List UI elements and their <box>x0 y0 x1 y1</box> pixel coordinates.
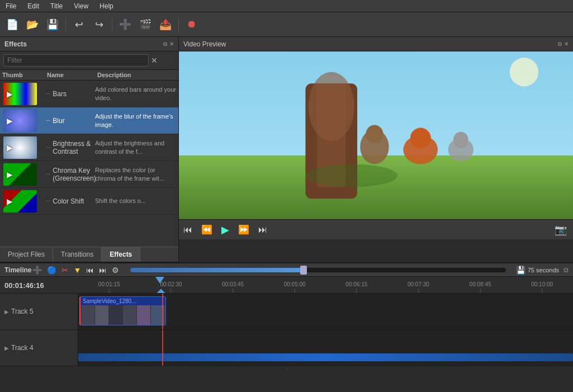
timeline-tools: ➕ 🔵 ✂ ▼ ⏮ ⏭ ⚙ <box>31 265 120 276</box>
timeline-float-icon[interactable]: ⧉ <box>563 266 569 274</box>
skip-fwd-button[interactable]: ⏭ <box>98 265 108 276</box>
effects-panel-title: Effects <box>4 40 27 48</box>
snap-button[interactable]: 🔵 <box>46 265 58 276</box>
skip-start-button[interactable]: ⏮ <box>182 223 194 237</box>
panel-close-icon[interactable]: ✕ <box>169 41 174 48</box>
tab-project-files[interactable]: Project Files <box>0 247 53 262</box>
redo-button[interactable]: ↪ <box>90 16 108 34</box>
col-desc: Description <box>97 72 176 78</box>
effect-row-blur[interactable]: ▶ ··· Blur Adjust the blur of the frame'… <box>0 107 178 134</box>
video-float-icon[interactable]: ⧉ <box>558 41 562 48</box>
bright-thumbnail: ▶ <box>3 136 37 159</box>
frame-5 <box>137 305 151 325</box>
scrubber-wrapper <box>126 268 510 272</box>
blur-name-cell: ··· Blur <box>45 117 95 125</box>
left-panel: Effects ⧉ ✕ ✕ Thumb Name Description ▶ <box>0 37 179 262</box>
play-overlay-bars: ▶ <box>7 89 13 98</box>
track-row-4: ▶ Track 4 <box>0 330 573 366</box>
menu-bar: File Edit Title View Help <box>0 0 573 12</box>
effects-button[interactable]: 🎬 <box>136 16 154 34</box>
filter-clear-icon[interactable]: ✕ <box>151 56 158 65</box>
ruler-label-3: 00:05:00 <box>284 281 306 287</box>
effect-row-brightness[interactable]: ▶ ··· Brightness & Contrast Adjust the b… <box>0 134 178 161</box>
menu-help[interactable]: Help <box>94 1 119 11</box>
effects-table-header: Thumb Name Description <box>0 70 178 81</box>
menu-edit[interactable]: Edit <box>22 1 45 11</box>
export-button[interactable]: 📤 <box>157 16 174 34</box>
timeline-settings-button[interactable]: ⚙ <box>111 265 120 276</box>
undo-button[interactable]: ↩ <box>70 16 88 34</box>
effect-row-bars[interactable]: ▶ ··· Bars Add colored bars around your … <box>0 81 178 107</box>
toolbar-separator-1 <box>65 18 66 31</box>
cut-button[interactable]: ✂ <box>60 265 69 276</box>
duration-label: 75 seconds <box>528 267 559 273</box>
save-button[interactable]: 💾 <box>44 16 61 34</box>
timecode-display: 00:01:46:16 <box>4 281 44 289</box>
svg-point-8 <box>366 125 383 143</box>
color-name-cell: ··· Color Shift <box>45 197 95 205</box>
svg-point-12 <box>510 58 538 86</box>
bars-thumbnail: ▶ <box>3 83 37 105</box>
clip-frames <box>81 305 165 325</box>
skip-end-button[interactable]: ⏭ <box>257 223 269 237</box>
tab-effects[interactable]: Effects <box>102 247 140 262</box>
track4-expand[interactable]: ▶ <box>4 345 9 351</box>
resize-dots: ⋯ <box>285 367 289 372</box>
color-name: Color Shift <box>53 197 84 205</box>
effect-row-color[interactable]: ▶ ··· Color Shift Shift the colors o... <box>0 188 178 215</box>
tab-transitions[interactable]: Transitions <box>53 247 102 262</box>
svg-point-10 <box>453 132 468 148</box>
frame-3 <box>109 305 123 325</box>
scrubber-handle[interactable] <box>300 266 307 275</box>
panel-float-icon[interactable]: ⧉ <box>163 41 167 48</box>
filter-input[interactable] <box>3 54 149 67</box>
col-thumb: Thumb <box>2 72 47 78</box>
skip-back-button[interactable]: ⏮ <box>85 265 95 276</box>
timeline-tracks: ▶ Track 5 SampleVideo_1280... <box>0 294 573 366</box>
rewind-button[interactable]: ⏪ <box>200 223 214 237</box>
bars-name: Bars <box>53 90 67 98</box>
track-4-label: ▶ Track 4 <box>0 330 78 366</box>
svg-point-11 <box>305 164 397 187</box>
track4-clip-bar[interactable] <box>78 353 573 361</box>
record-button[interactable]: ⏺ <box>183 16 201 34</box>
timeline-title: Timeline <box>4 266 31 274</box>
toolbar-separator-2 <box>112 18 112 31</box>
color-thumbnail: ▶ <box>3 190 37 212</box>
blur-name: Blur <box>53 117 64 125</box>
add-track-button[interactable]: ➕ <box>31 265 43 276</box>
blur-desc: Adjust the blur of the frame's image. <box>95 112 178 129</box>
bright-name-cell: ··· Brightness & Contrast <box>45 140 95 155</box>
ruler-mark-1: 00:02:30 <box>140 277 202 293</box>
video-preview-header: Video Preview ⧉ ✕ <box>179 37 573 51</box>
chroma-thumbnail: ▶ <box>3 163 37 186</box>
add-button[interactable]: ➕ <box>116 16 134 34</box>
playhead-marker <box>155 277 164 284</box>
chroma-desc: Replaces the color (or chroma of the fra… <box>95 166 178 182</box>
menu-view[interactable]: View <box>68 1 94 11</box>
scrubber-track[interactable] <box>130 268 505 272</box>
new-button[interactable]: 📄 <box>3 16 21 34</box>
fast-forward-button[interactable]: ⏩ <box>236 223 251 237</box>
filter-down-button[interactable]: ▼ <box>72 265 82 276</box>
camera-icon[interactable]: 📷 <box>555 224 567 236</box>
effect-thumb-blur: ▶ <box>0 108 40 133</box>
play-button[interactable]: ▶ <box>220 222 231 238</box>
ruler-mark-7: 00:10:00 <box>511 277 573 293</box>
timeline-resize-handle[interactable]: ⋯ <box>0 366 573 372</box>
track5-expand[interactable]: ▶ <box>4 309 9 315</box>
open-button[interactable]: 📂 <box>23 16 41 34</box>
col-name: Name <box>47 72 97 78</box>
effect-row-chroma[interactable]: ▶ ··· Chroma Key (Greenscreen) Replaces … <box>0 161 178 188</box>
ruler-label-6: 00:08:45 <box>470 281 491 287</box>
ruler-mark-2: 00:03:45 <box>202 277 264 293</box>
video-close-icon[interactable]: ✕ <box>564 41 569 48</box>
menu-file[interactable]: File <box>0 1 22 11</box>
ruler-mark-3: 00:05:00 <box>264 277 326 293</box>
ruler-mark-4: 00:06:15 <box>326 277 388 293</box>
track5-clip[interactable]: SampleVideo_1280... <box>79 296 166 325</box>
panel-controls: ⧉ ✕ <box>163 41 174 48</box>
menu-title[interactable]: Title <box>45 1 68 11</box>
svg-point-6 <box>410 128 431 149</box>
scrubber-fill <box>130 268 307 272</box>
